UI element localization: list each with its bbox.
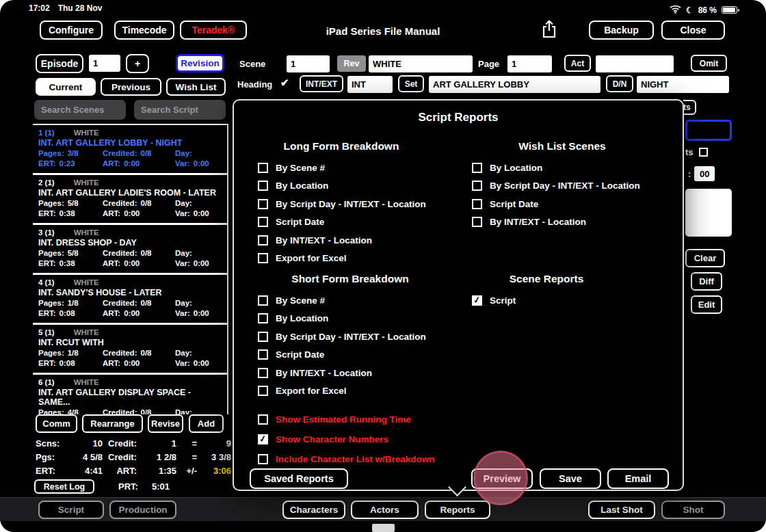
search-script-input[interactable] xyxy=(134,100,226,120)
diff-button[interactable]: Diff xyxy=(691,272,722,291)
checkbox[interactable] xyxy=(258,181,268,191)
report-option[interactable]: Export for Excel xyxy=(254,382,446,401)
report-option[interactable]: By Location xyxy=(254,310,446,328)
scene-list-item[interactable]: 2 (1)WHITE INT. ART GALLERY LADIE'S ROOM… xyxy=(33,175,227,225)
page-number-input[interactable] xyxy=(507,55,552,72)
scene-list-item[interactable]: 3 (1)WHITE INT. DRESS SHOP - DAY Pages:5… xyxy=(33,225,227,275)
pages-label: Pages: xyxy=(38,148,64,159)
omit-button[interactable]: Omit xyxy=(691,55,727,72)
set-button[interactable]: Set xyxy=(398,75,424,92)
scene-number-input[interactable] xyxy=(287,55,330,72)
email-button[interactable]: Email xyxy=(607,468,669,489)
checkbox[interactable] xyxy=(472,217,482,227)
report-option[interactable]: By Script Day - INT/EXT - Location xyxy=(254,195,428,213)
tab-current[interactable]: Current xyxy=(36,78,96,96)
report-option[interactable]: By Location xyxy=(472,159,652,177)
clear-button[interactable]: Clear xyxy=(685,249,725,267)
share-icon[interactable] xyxy=(541,20,557,42)
checkbox[interactable] xyxy=(472,199,482,209)
checkbox[interactable] xyxy=(258,199,268,209)
highlighted-field[interactable] xyxy=(685,120,732,141)
tab-previous[interactable]: Previous xyxy=(101,78,161,96)
rev-button[interactable]: Rev xyxy=(337,55,366,72)
close-button[interactable]: Close xyxy=(661,21,725,40)
report-option[interactable]: Show Character Numbers xyxy=(254,429,435,449)
tab-wish-list[interactable]: Wish List xyxy=(166,78,226,96)
scene-list-item[interactable]: 5 (1)WHITE INT. RCUT WITH Pages:1/8 Cred… xyxy=(33,325,227,375)
report-option[interactable]: By Location xyxy=(254,177,428,196)
last-shot-button[interactable]: Last Shot xyxy=(588,501,655,519)
preview-button[interactable]: Preview xyxy=(471,468,533,489)
report-option[interactable]: Include Character List w/Breakdown xyxy=(254,449,435,469)
add-episode-button[interactable]: + xyxy=(126,54,149,73)
checkbox[interactable] xyxy=(258,386,268,396)
comm-button[interactable]: Comm xyxy=(36,414,77,433)
day-night-input[interactable] xyxy=(637,76,729,93)
report-option[interactable]: By INT/EXT - Location xyxy=(254,364,446,382)
checkbox[interactable] xyxy=(258,414,268,425)
scene-list-item[interactable]: 6 (1)WHITE INT. ART GALLERY DISPLAY SPAC… xyxy=(33,375,227,414)
day-night-button[interactable]: D/N xyxy=(606,75,633,92)
reset-log-button[interactable]: Reset Log xyxy=(34,479,94,494)
checkbox[interactable] xyxy=(258,235,268,245)
act-button[interactable]: Act xyxy=(564,55,591,72)
report-option[interactable]: Script xyxy=(472,291,621,310)
production-button[interactable]: Production xyxy=(109,501,176,519)
backup-button[interactable]: Backup xyxy=(589,21,654,40)
characters-button[interactable]: Characters xyxy=(282,501,345,519)
scene-list[interactable]: 1 (1)WHITE INT. ART GALLERY LOBBY - NIGH… xyxy=(33,124,228,414)
act-input[interactable] xyxy=(596,55,674,72)
set-input[interactable] xyxy=(429,76,600,93)
report-option[interactable]: Script Date xyxy=(254,346,446,364)
revision-color-input[interactable] xyxy=(369,55,473,72)
report-option[interactable]: Script Date xyxy=(254,213,428,232)
art-label: ART: xyxy=(103,159,120,169)
shot-button[interactable]: Shot xyxy=(661,501,725,519)
report-option[interactable]: By Scene # xyxy=(254,291,446,310)
notes-box[interactable] xyxy=(685,189,732,237)
edit-button[interactable]: Edit xyxy=(691,295,722,314)
report-option[interactable]: By INT/EXT - Location xyxy=(254,231,428,250)
checkbox[interactable] xyxy=(472,181,482,191)
checkbox[interactable] xyxy=(258,163,268,173)
revision-button[interactable]: Revision xyxy=(176,54,224,72)
checkbox[interactable] xyxy=(258,349,268,360)
checkbox[interactable] xyxy=(258,332,268,342)
save-button[interactable]: Save xyxy=(540,468,601,489)
report-option[interactable]: Export for Excel xyxy=(254,250,428,268)
checkbox[interactable] xyxy=(699,148,708,157)
report-option[interactable]: By INT/EXT - Location xyxy=(472,213,652,232)
report-option[interactable]: By Scene # xyxy=(254,159,428,177)
add-scene-button[interactable]: Add xyxy=(189,414,224,433)
checkbox[interactable] xyxy=(258,434,268,444)
checkbox[interactable] xyxy=(258,253,268,263)
report-option[interactable]: Script Date xyxy=(472,195,652,213)
checkbox[interactable] xyxy=(258,454,268,464)
episode-number-input[interactable] xyxy=(89,55,120,72)
checkbox[interactable] xyxy=(472,163,482,173)
reports-button[interactable]: Reports xyxy=(425,501,490,519)
checkbox[interactable] xyxy=(258,313,268,323)
search-scenes-input[interactable] xyxy=(34,100,126,120)
partial-button[interactable]: ts xyxy=(683,100,696,115)
rearrange-button[interactable]: Rearrange xyxy=(82,414,143,433)
report-option[interactable]: By Script Day - INT/EXT - Location xyxy=(472,177,652,196)
checkbox[interactable] xyxy=(258,368,268,378)
report-option[interactable]: Show Estimated Running Time xyxy=(254,410,435,429)
episode-button[interactable]: Episode xyxy=(36,54,83,73)
actors-button[interactable]: Actors xyxy=(351,501,419,519)
int-ext-button[interactable]: INT/EXT xyxy=(300,75,343,92)
scene-list-item[interactable]: 4 (1)WHITE INT. SANDY'S HOUSE - LATER Pa… xyxy=(33,275,227,325)
pages-value: 1/8 xyxy=(68,298,79,308)
saved-reports-button[interactable]: Saved Reports xyxy=(250,468,348,489)
checkbox[interactable] xyxy=(258,217,268,227)
script-button[interactable]: Script xyxy=(38,501,104,519)
scene-reports-section: Scene Reports Script xyxy=(472,273,621,310)
revise-button[interactable]: Revise xyxy=(148,414,183,433)
report-option[interactable]: By Script Day - INT/EXT - Location xyxy=(254,328,446,346)
checkbox[interactable] xyxy=(472,295,482,306)
checkbox[interactable] xyxy=(258,295,268,306)
scene-list-item[interactable]: 1 (1)WHITE INT. ART GALLERY LOBBY - NIGH… xyxy=(33,125,227,175)
value-box[interactable]: 00 xyxy=(694,166,715,181)
int-ext-input[interactable] xyxy=(347,76,393,93)
